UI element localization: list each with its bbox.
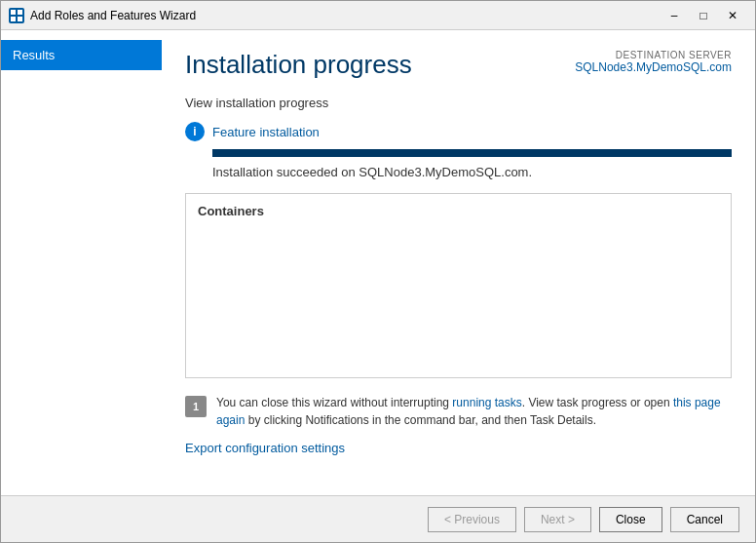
containers-box: Containers <box>185 193 732 378</box>
svg-rect-2 <box>11 17 16 21</box>
notification-row: 1 You can close this wizard without inte… <box>185 394 732 429</box>
destination-server: DESTINATION SERVER SQLNode3.MyDemoSQL.co… <box>575 50 732 74</box>
progress-bar-container <box>212 149 732 157</box>
svg-rect-1 <box>18 10 22 15</box>
section-title: View installation progress <box>185 96 732 110</box>
success-message: Installation succeeded on SQLNode3.MyDem… <box>212 165 732 179</box>
notification-text: You can close this wizard without interr… <box>216 394 732 429</box>
destination-name: SQLNode3.MyDemoSQL.com <box>575 60 732 74</box>
svg-rect-0 <box>11 10 16 15</box>
close-button[interactable]: Close <box>599 507 662 532</box>
notif-text-1: You can close this wizard without interr… <box>216 396 452 409</box>
minimize-button[interactable]: – <box>660 6 689 25</box>
app-icon <box>9 8 24 23</box>
notif-text-3: by clicking Notifications in the command… <box>245 413 596 427</box>
feature-row: i Feature installation <box>185 122 732 141</box>
footer: < Previous Next > Close Cancel <box>1 495 755 542</box>
maximize-button[interactable]: □ <box>689 6 718 25</box>
sidebar-item-results[interactable]: Results <box>1 40 162 70</box>
progress-bar-fill <box>212 149 732 157</box>
notification-icon: 1 <box>185 396 207 417</box>
page-title: Installation progress <box>185 50 412 80</box>
export-configuration-link[interactable]: Export configuration settings <box>185 441 345 455</box>
cancel-button[interactable]: Cancel <box>670 507 739 532</box>
destination-label: DESTINATION SERVER <box>575 50 732 60</box>
main-panel: Installation progress DESTINATION SERVER… <box>162 30 755 495</box>
containers-title: Containers <box>198 204 719 218</box>
next-button[interactable]: Next > <box>524 507 591 532</box>
content-area: Results Installation progress DESTINATIO… <box>1 30 755 495</box>
notif-text-2: . View task progress or open <box>522 396 673 409</box>
feature-link[interactable]: Feature installation <box>212 125 320 139</box>
svg-rect-3 <box>18 17 22 21</box>
page-header: Installation progress DESTINATION SERVER… <box>185 50 732 80</box>
window-controls: – □ ✕ <box>660 6 747 25</box>
running-tasks-link[interactable]: running tasks <box>452 396 521 409</box>
main-window: Add Roles and Features Wizard – □ ✕ Resu… <box>0 0 756 543</box>
previous-button[interactable]: < Previous <box>428 507 516 532</box>
window-close-button[interactable]: ✕ <box>718 6 747 25</box>
sidebar: Results <box>1 30 162 495</box>
title-bar: Add Roles and Features Wizard – □ ✕ <box>1 1 755 30</box>
window-title: Add Roles and Features Wizard <box>30 9 660 22</box>
info-icon: i <box>185 122 205 141</box>
